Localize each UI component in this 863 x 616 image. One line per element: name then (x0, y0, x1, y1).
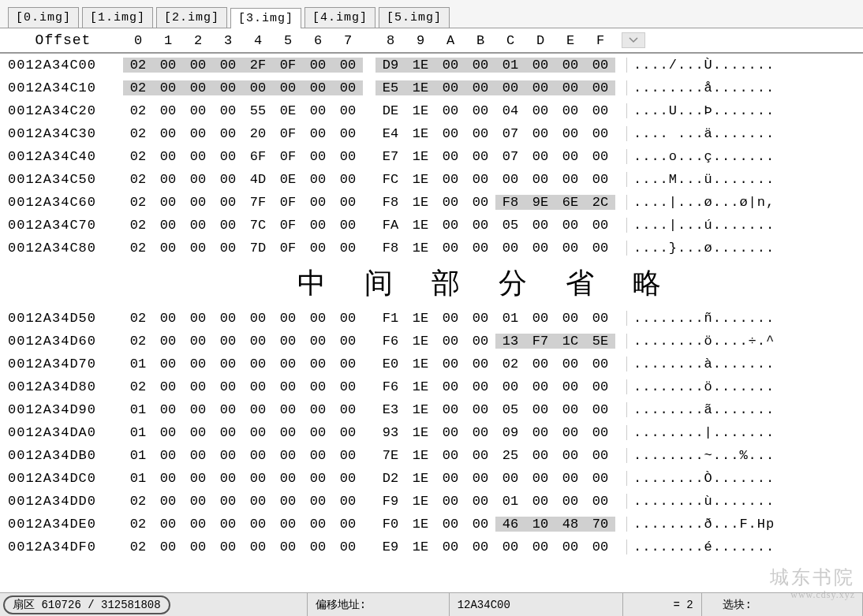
hex-byte[interactable]: 00 (585, 425, 615, 440)
hex-byte[interactable]: 00 (555, 425, 585, 440)
hex-byte[interactable]: 00 (525, 539, 555, 554)
hex-byte[interactable]: 02 (123, 149, 153, 164)
hex-byte[interactable]: 01 (123, 425, 153, 440)
hex-byte[interactable]: 00 (273, 334, 303, 349)
hex-byte[interactable]: E3 (375, 402, 405, 417)
hex-byte[interactable]: 00 (153, 58, 183, 73)
hex-byte[interactable]: 00 (303, 517, 333, 532)
hex-byte[interactable]: 00 (153, 471, 183, 486)
hex-byte[interactable]: 00 (525, 402, 555, 417)
hex-byte[interactable]: 00 (555, 494, 585, 509)
hex-byte[interactable]: 00 (435, 58, 465, 73)
hex-byte[interactable]: 00 (153, 149, 183, 164)
tab-1[interactable]: [1.img] (82, 7, 153, 28)
hex-byte[interactable]: 00 (435, 379, 465, 394)
hex-byte[interactable]: 07 (495, 126, 525, 141)
hex-byte[interactable]: 1E (405, 218, 435, 233)
hex-byte[interactable]: 00 (213, 126, 243, 141)
hex-byte[interactable]: 00 (303, 357, 333, 371)
hex-byte[interactable]: 00 (333, 379, 363, 394)
hex-byte[interactable]: 00 (525, 149, 555, 164)
hex-byte[interactable]: 00 (585, 58, 615, 73)
hex-byte[interactable]: 00 (555, 241, 585, 256)
hex-byte[interactable]: 00 (585, 103, 615, 118)
hex-byte[interactable]: 00 (585, 241, 615, 256)
hex-byte[interactable]: 00 (153, 334, 183, 349)
hex-byte[interactable]: 01 (123, 357, 153, 371)
hex-byte[interactable]: 46 (495, 517, 525, 532)
hex-byte[interactable]: 00 (435, 311, 465, 326)
hex-row[interactable]: 0012A34C00020000002F0F0000D91E0000010000… (8, 54, 863, 77)
hex-byte[interactable]: 00 (213, 80, 243, 95)
hex-byte[interactable]: 00 (213, 402, 243, 417)
hex-byte[interactable]: 00 (303, 149, 333, 164)
hex-byte[interactable]: 1E (405, 149, 435, 164)
hex-byte[interactable]: 00 (183, 149, 213, 164)
hex-byte[interactable]: 00 (465, 149, 495, 164)
hex-byte[interactable]: 7C (243, 218, 273, 233)
hex-byte[interactable]: 00 (465, 494, 495, 509)
hex-byte[interactable]: 00 (435, 80, 465, 95)
hex-row[interactable]: 0012A34DF00200000000000000E91E0000000000… (8, 536, 863, 558)
hex-byte[interactable]: 00 (273, 402, 303, 417)
hex-byte[interactable]: 00 (183, 241, 213, 256)
hex-byte[interactable]: 00 (303, 448, 333, 463)
hex-byte[interactable]: 00 (555, 149, 585, 164)
hex-row[interactable]: 0012A34C2002000000550E0000DE1E0000040000… (8, 99, 863, 122)
tab-2[interactable]: [2.img] (156, 7, 227, 28)
hex-byte[interactable]: 00 (333, 172, 363, 187)
hex-byte[interactable]: 00 (435, 218, 465, 233)
hex-byte[interactable]: 7E (375, 448, 405, 463)
hex-byte[interactable]: 00 (465, 80, 495, 95)
hex-byte[interactable]: 00 (183, 425, 213, 440)
hex-byte[interactable]: 00 (435, 103, 465, 118)
hex-byte[interactable]: E4 (375, 126, 405, 141)
hex-byte[interactable]: DE (375, 103, 405, 118)
hex-byte[interactable]: 00 (333, 80, 363, 95)
hex-byte[interactable]: 00 (273, 517, 303, 532)
hex-byte[interactable]: 00 (585, 218, 615, 233)
hex-byte[interactable]: 00 (525, 357, 555, 371)
hex-byte[interactable]: F6 (375, 334, 405, 349)
hex-byte[interactable]: 00 (465, 539, 495, 554)
hex-byte[interactable]: 00 (183, 80, 213, 95)
hex-byte[interactable]: 1E (405, 425, 435, 440)
hex-byte[interactable]: 00 (525, 471, 555, 486)
hex-byte[interactable]: 10 (525, 517, 555, 532)
hex-byte[interactable]: 00 (213, 149, 243, 164)
hex-byte[interactable]: 55 (243, 103, 273, 118)
hex-row[interactable]: 0012A34DD00200000000000000F91E0000010000… (8, 490, 863, 513)
hex-byte[interactable]: 00 (435, 172, 465, 187)
hex-byte[interactable]: 00 (153, 172, 183, 187)
hex-byte[interactable]: 0F (273, 241, 303, 256)
hex-byte[interactable]: 1E (405, 517, 435, 532)
hex-byte[interactable]: 00 (303, 195, 333, 210)
hex-byte[interactable]: 02 (123, 311, 153, 326)
hex-byte[interactable]: 00 (585, 494, 615, 509)
hex-byte[interactable]: 00 (585, 539, 615, 554)
hex-byte[interactable]: 00 (333, 334, 363, 349)
hex-byte[interactable]: 00 (213, 218, 243, 233)
hex-byte[interactable]: 00 (183, 334, 213, 349)
hex-byte[interactable]: 1E (405, 172, 435, 187)
hex-row[interactable]: 0012A34C50020000004D0E0000FC1E0000000000… (8, 168, 863, 191)
hex-byte[interactable]: 00 (333, 425, 363, 440)
hex-byte[interactable]: 6F (243, 149, 273, 164)
hex-byte[interactable]: 00 (183, 471, 213, 486)
hex-byte[interactable]: 05 (495, 218, 525, 233)
hex-byte[interactable]: 00 (465, 379, 495, 394)
hex-byte[interactable]: 00 (303, 471, 333, 486)
hex-byte[interactable]: 00 (153, 311, 183, 326)
hex-byte[interactable]: 00 (213, 425, 243, 440)
hex-byte[interactable]: F6 (375, 379, 405, 394)
hex-byte[interactable]: 1C (555, 334, 585, 349)
hex-byte[interactable]: 00 (153, 218, 183, 233)
hex-byte[interactable]: 1E (405, 539, 435, 554)
hex-byte[interactable]: 00 (303, 103, 333, 118)
hex-byte[interactable]: 00 (153, 379, 183, 394)
hex-byte[interactable]: 00 (333, 448, 363, 463)
hex-byte[interactable]: 02 (123, 334, 153, 349)
hex-byte[interactable]: 00 (183, 494, 213, 509)
hex-byte[interactable]: 00 (243, 539, 273, 554)
hex-byte[interactable]: 00 (183, 357, 213, 371)
